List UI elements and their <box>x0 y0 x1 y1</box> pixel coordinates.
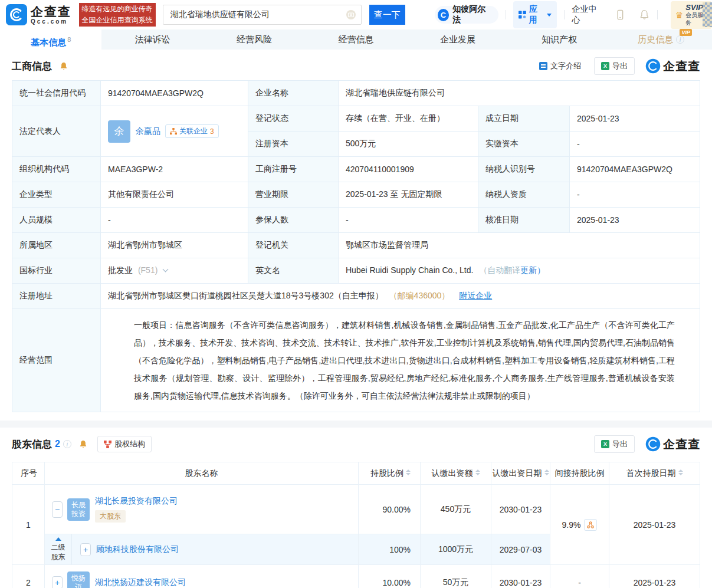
col-name: 股东名称 <box>45 462 359 485</box>
first-date-value: 2025-01-23 <box>609 485 700 565</box>
camera-icon[interactable] <box>346 9 356 20</box>
subscribe-bell-icon[interactable] <box>78 439 88 449</box>
field-label: 法定代表人 <box>12 106 101 157</box>
company-name-value: 湖北省瑞地供应链有限公司 <box>339 81 700 106</box>
field-label: 实缴资本 <box>478 132 570 157</box>
excel-icon: X <box>601 62 609 70</box>
industry-value: 批发业 (F51) <box>101 258 248 284</box>
date-value: 2030-01-23 <box>491 485 550 534</box>
equity-structure-icon <box>104 441 111 448</box>
field-label: 成立日期 <box>478 106 570 132</box>
ratio-value: 90.00% <box>359 485 421 534</box>
col-amount[interactable]: 认缴出资额 <box>421 462 491 485</box>
tab-legal[interactable]: 法律诉讼 <box>101 29 203 50</box>
insured-value: - <box>339 208 478 233</box>
amount-value: 50万元 <box>421 565 491 588</box>
shareholder-avatar[interactable]: 长晟投资 <box>67 498 90 521</box>
subscribe-bell-icon[interactable] <box>59 61 68 71</box>
legal-rep-link[interactable]: 余赢品 <box>136 126 160 137</box>
info-icon[interactable]: i <box>63 440 71 448</box>
shareholder-link[interactable]: 湖北悦扬迈建设有限公司 <box>95 577 186 588</box>
equity-penetration-button[interactable] <box>584 519 597 531</box>
row-number: 2 <box>12 565 45 588</box>
tab-risk[interactable]: 经营风险 <box>204 29 305 50</box>
date-value: 2029-07-03 <box>491 534 550 565</box>
approval-date-value: 2025-01-23 <box>570 208 700 233</box>
grid-icon <box>519 11 526 19</box>
company-tabs: 基本信息8 法律诉讼 经营风险 经营信息 企业发展 知识产权 VIP 历史信息i <box>0 29 712 50</box>
enterprise-center-link[interactable]: 企业中心 <box>572 4 603 25</box>
search-box <box>163 5 362 25</box>
qcc-logo-icon[interactable] <box>6 4 27 25</box>
tab-ip[interactable]: 知识产权 <box>508 29 610 50</box>
collapse-button[interactable]: − <box>52 501 63 518</box>
shareholder-avatar[interactable]: 悦扬迈 <box>67 571 90 588</box>
field-label: 组织机构代码 <box>12 157 101 182</box>
mobile-app-icon[interactable] <box>615 9 626 21</box>
legal-rep-avatar[interactable]: 余 <box>108 120 130 143</box>
zhibi-alpha-icon: C <box>438 9 449 21</box>
sort-icon <box>544 469 549 475</box>
reg-status-value: 存续（在营、开业、在册） <box>339 106 478 132</box>
text-intro-button[interactable]: 文字介绍 <box>539 61 581 71</box>
business-scope-value: 一般项目：信息咨询服务（不含许可类信息咨询服务），建筑材料销售,机械设备销售,金… <box>101 309 700 412</box>
field-label: 核准日期 <box>478 208 570 233</box>
top-header: 企查查 Qcc.com 缔造有远见的商业传奇 全国企业信用查询系统 查一下 C … <box>0 0 712 29</box>
expand-button[interactable]: + <box>52 576 63 588</box>
translate-update-link[interactable]: 更新） <box>520 265 545 275</box>
brand-name: 企查查 <box>31 5 74 18</box>
chevron-down-icon[interactable] <box>163 267 169 272</box>
col-ratio[interactable]: 持股比例 <box>359 462 421 485</box>
indirect-ratio-cell: 9.9% <box>550 485 609 565</box>
field-label: 人员规模 <box>12 208 101 233</box>
export-button[interactable]: X 导出 <box>594 57 635 75</box>
col-date[interactable]: 认缴出资日期 <box>491 462 550 485</box>
sort-icon <box>475 469 480 475</box>
shareholder-name-cell: − 长晟投资 湖北长晟投资有限公司 大股东 <box>45 485 359 534</box>
notification-bell-icon[interactable] <box>639 9 650 21</box>
second-level-toggle[interactable]: 二级股东 <box>45 534 72 564</box>
reg-capital-value: 500万元 <box>339 132 478 157</box>
vip-badge: VIP <box>680 29 692 36</box>
shareholder-name-cell: + 悦扬迈 湖北悦扬迈建设有限公司 <box>45 565 359 588</box>
zhibi-alpha-link[interactable]: C 知彼阿尔法 <box>435 6 498 24</box>
tab-operation[interactable]: 经营信息 <box>305 29 406 50</box>
field-label: 企业名称 <box>248 81 339 106</box>
qcc-logo-icon <box>645 436 661 452</box>
qcc-watermark: 企查查 <box>645 58 700 74</box>
authority-value: 鄂城区市场监督管理局 <box>339 233 700 258</box>
expand-button[interactable]: + <box>80 543 91 556</box>
text-intro-icon <box>539 62 547 70</box>
export-button[interactable]: X 导出 <box>594 435 635 453</box>
divider <box>657 10 658 19</box>
section-title: 工商信息 <box>12 60 52 73</box>
divider <box>506 10 506 19</box>
search-button[interactable]: 查一下 <box>369 5 405 25</box>
english-name-value: Hubei Ruidi Supply Chain Co., Ltd. （自动翻译… <box>339 258 700 284</box>
divider <box>564 10 565 19</box>
shareholder-link[interactable]: 顾地科技股份有限公司 <box>96 544 179 555</box>
field-label: 注册地址 <box>12 284 101 309</box>
sort-icon <box>406 469 411 475</box>
tab-history[interactable]: VIP 历史信息i <box>611 29 712 50</box>
brand[interactable]: 企查查 Qcc.com <box>31 5 74 25</box>
chevron-down-icon <box>547 14 552 17</box>
related-companies-button[interactable]: 关联企业 3 <box>165 124 219 138</box>
col-first-date[interactable]: 首次持股日期 <box>609 462 700 485</box>
business-info-section: 工商信息 文字介绍 X 导出 企查查 统一社会信用代码 91420704MAEA… <box>0 50 712 412</box>
field-label: 所属地区 <box>12 233 101 258</box>
tab-basic-info[interactable]: 基本信息8 <box>0 29 101 50</box>
apps-menu[interactable]: 应用 <box>513 1 557 28</box>
shareholder-link[interactable]: 湖北长晟投资有限公司 <box>95 496 178 507</box>
nearby-companies-link[interactable]: 附近企业 <box>459 291 492 300</box>
shareholders-section: 股东信息 2 i 股权结构 X 导出 企查查 <box>0 428 712 588</box>
tab-development[interactable]: 企业发展 <box>407 29 508 50</box>
qr-code-pattern <box>703 2 712 27</box>
crown-icon: ♛ <box>675 11 683 19</box>
field-label: 企业类型 <box>12 182 101 208</box>
equity-structure-button[interactable]: 股权结构 <box>97 436 152 452</box>
col-no: 序号 <box>12 462 45 485</box>
table-header-row: 序号 股东名称 持股比例 认缴出资额 认缴出资日期 间接持股比例 首次持股日期 <box>12 462 700 485</box>
search-input[interactable] <box>163 5 362 25</box>
tab-basic-count: 8 <box>67 36 71 43</box>
